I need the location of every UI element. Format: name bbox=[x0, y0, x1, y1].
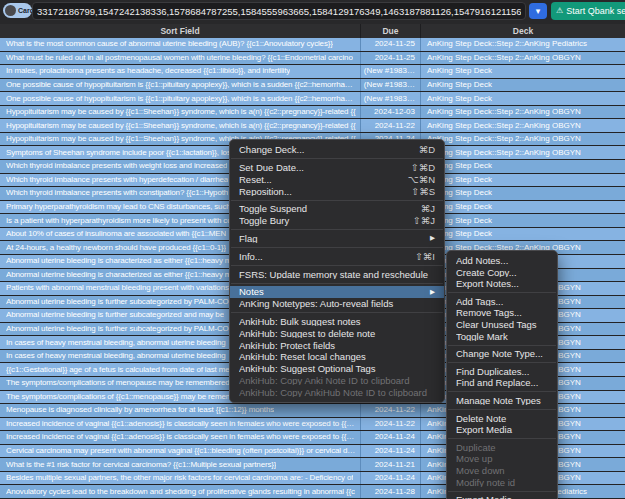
menu-item-label: Find and Replace... bbox=[456, 378, 548, 388]
chevron-down-icon[interactable]: ▾ bbox=[529, 3, 547, 19]
deck-cell-text: AnKing Step Deck::Step 2::AnKing OBGYN bbox=[427, 135, 581, 143]
sort-field-cell: What must be ruled out in all postmenopa… bbox=[0, 52, 360, 65]
menu-item-find-duplicates[interactable]: Find Duplicates... bbox=[447, 366, 557, 378]
menu-item-label: Reposition... bbox=[239, 187, 405, 197]
table-row[interactable]: What is the most common cause of abnorma… bbox=[0, 38, 625, 52]
menu-item-manage-note-types[interactable]: Manage Note Types bbox=[447, 395, 557, 407]
menu-item-remove-tags[interactable]: Remove Tags... bbox=[447, 307, 557, 319]
menu-item-label: Add Notes... bbox=[456, 256, 548, 266]
menu-item-shortcut: ⌘J bbox=[421, 204, 435, 214]
deck-cell: AnKing Step Deck bbox=[420, 79, 625, 92]
menu-item-ankihub-bulk-suggest-notes[interactable]: AnkiHub: Bulk suggest notes bbox=[230, 316, 444, 328]
menu-item-ankihub-protect-fields[interactable]: AnkiHub: Protect fields bbox=[230, 339, 444, 351]
due-cell-text: 2024-12-03 bbox=[374, 108, 415, 116]
due-cell-text: (New #1983… bbox=[364, 67, 415, 75]
menu-item-set-due-date[interactable]: Set Due Date...⇧⌘D bbox=[230, 162, 444, 174]
menu-item-export-notes[interactable]: Export Notes... bbox=[447, 278, 557, 290]
menu-item-label: Find Duplicates... bbox=[456, 367, 548, 377]
cards-notes-toggle[interactable]: Cards bbox=[3, 3, 32, 18]
menu-item-ankihub-suggest-to-delete-note[interactable]: AnkiHub: Suggest to delete note bbox=[230, 328, 444, 340]
sort-field-cell-text: Cervical carcinoma may present with abno… bbox=[6, 447, 356, 455]
column-header-due[interactable]: Due bbox=[360, 24, 420, 38]
sort-field-cell-text: One possible cause of hypopituitarism is… bbox=[6, 95, 356, 103]
due-cell: 2024-11-22 bbox=[360, 119, 420, 132]
deck-cell: AnKing Step Deck::Step 2::AnKing Pediatr… bbox=[420, 38, 625, 51]
deck-cell: AnKing Step Deck bbox=[420, 160, 625, 173]
menu-item-label: Export Notes... bbox=[456, 279, 548, 289]
deck-cell-text: AnKing Step Deck bbox=[427, 95, 492, 103]
card-ids-input[interactable] bbox=[32, 2, 526, 20]
column-header-deck[interactable]: Deck bbox=[420, 24, 625, 38]
menu-item-flag[interactable]: Flag▶ bbox=[230, 233, 444, 245]
menu-item-create-copy[interactable]: Create Copy... bbox=[447, 267, 557, 279]
menu-item-change-deck[interactable]: Change Deck...⌘D bbox=[230, 144, 444, 156]
menu-item-toggle-suspend[interactable]: Toggle Suspend⌘J bbox=[230, 203, 444, 215]
table-row[interactable]: In males, prolactinoma presents as heada… bbox=[0, 65, 625, 79]
sort-field-cell: Menopause is diagnosed clinically by ame… bbox=[0, 404, 360, 417]
due-cell: (New #1983… bbox=[360, 79, 420, 92]
menu-item-ankihub-copy-anki-note-id-to-cli: AnkiHub: Copy Anki Note ID to clipboard bbox=[230, 375, 444, 387]
sort-field-cell: In males, prolactinoma presents as heada… bbox=[0, 65, 360, 78]
due-cell-text: 2024-11-24 bbox=[375, 447, 415, 455]
menu-item-shortcut: ⌥⌘N bbox=[408, 175, 435, 185]
menu-item-clear-unused-tags[interactable]: Clear Unused Tags bbox=[447, 319, 557, 331]
menu-separator bbox=[448, 362, 556, 363]
sort-field-cell: Besides multiple sexual partners, the ot… bbox=[0, 472, 360, 485]
menu-separator bbox=[448, 292, 556, 293]
menu-item-add-notes[interactable]: Add Notes... bbox=[447, 255, 557, 267]
sort-field-cell: Increased incidence of vaginal {{c1::ade… bbox=[0, 431, 360, 444]
deck-cell-text: AnKing Step Deck::Step 2::AnKing OBGYN bbox=[427, 149, 581, 157]
menu-item-info[interactable]: Info...⇧⌘I bbox=[230, 251, 444, 263]
deck-cell: AnKing Step Deck bbox=[420, 201, 625, 214]
menu-item-modify-note-id: Modify note id bbox=[447, 477, 557, 489]
sort-field-cell: What is the most common cause of abnorma… bbox=[0, 38, 360, 51]
card-context-menu: Change Deck...⌘DSet Due Date...⇧⌘DReset.… bbox=[229, 139, 445, 403]
menu-item-anking-notetypes-auto-reveal-fie[interactable]: AnKing Notetypes: Auto-reveal fields bbox=[230, 298, 444, 310]
table-row[interactable]: What must be ruled out in all postmenopa… bbox=[0, 52, 625, 66]
deck-cell-text: AnKing Step Deck::Step 2::AnKing Pediatr… bbox=[427, 40, 587, 48]
sort-field-cell-text: About 10% of cases of insulinoma are ass… bbox=[6, 230, 226, 238]
menu-item-notes[interactable]: Notes▶ bbox=[230, 286, 444, 298]
due-cell: 2024-11-24 bbox=[360, 472, 420, 485]
menu-item-add-tags[interactable]: Add Tags... bbox=[447, 296, 557, 308]
table-row[interactable]: Hypopituitarism may be caused by {{c1::S… bbox=[0, 106, 625, 120]
menu-item-shortcut: ⌘D bbox=[419, 145, 435, 155]
menu-item-fsrs-update-memory-state-and-res[interactable]: FSRS: Update memory state and reschedule bbox=[230, 268, 444, 280]
menu-item-shortcut: ⇧⌘S bbox=[411, 187, 435, 197]
menu-item-reposition[interactable]: Reposition...⇧⌘S bbox=[230, 185, 444, 197]
column-header-sort-field[interactable]: Sort Field bbox=[0, 24, 360, 38]
table-row[interactable]: Hypopituitarism may be caused by {{c1::S… bbox=[0, 119, 625, 133]
menu-item-label: Toggle Suspend bbox=[239, 204, 415, 214]
menu-item-reset[interactable]: Reset...⌥⌘N bbox=[230, 174, 444, 186]
menu-item-find-and-replace[interactable]: Find and Replace... bbox=[447, 377, 557, 389]
sort-field-cell: One possible cause of hypopituitarism is… bbox=[0, 79, 360, 92]
sort-field-cell: Anovulatory cycles lead to the breakdown… bbox=[0, 485, 360, 498]
start-qbank-session-button[interactable]: ⚠ Start Qbank session (458 car bbox=[551, 2, 625, 20]
menu-item-toggle-bury[interactable]: Toggle Bury⇧⌘J bbox=[230, 215, 444, 227]
menu-separator bbox=[231, 158, 443, 159]
menu-item-export-media[interactable]: Export Media bbox=[447, 424, 557, 436]
due-cell-text: 2024-11-21 bbox=[375, 461, 415, 469]
menu-item-delete-note[interactable]: Delete Note bbox=[447, 413, 557, 425]
menu-item-label: Remove Tags... bbox=[456, 308, 548, 318]
menu-item-label: AnkiHub: Bulk suggest notes bbox=[239, 317, 435, 327]
sort-field-cell-text: Hypopituitarism may be caused by {{c1::S… bbox=[6, 122, 356, 130]
sort-field-cell-text: Which thyroid imbalance presents with co… bbox=[6, 189, 228, 197]
table-row[interactable]: One possible cause of hypopituitarism is… bbox=[0, 92, 625, 106]
due-cell: 2024-12-03 bbox=[360, 106, 420, 119]
due-cell-text: 2024-11-24 bbox=[375, 474, 415, 482]
menu-item-change-note-type[interactable]: Change Note Type... bbox=[447, 348, 557, 360]
due-cell-text: 2024-11-22 bbox=[375, 122, 415, 130]
menu-item-export-media[interactable]: Export Media bbox=[447, 494, 557, 499]
due-cell: (New #1983… bbox=[360, 92, 420, 105]
sort-field-cell-text: The symptoms/complications of menopause … bbox=[6, 379, 230, 387]
due-cell: 2024-11-24 bbox=[360, 431, 420, 444]
menu-item-ankihub-suggest-optional-tags[interactable]: AnkiHub: Suggest Optional Tags bbox=[230, 363, 444, 375]
due-cell: 2024-11-28 bbox=[360, 485, 420, 498]
menu-item-toggle-mark[interactable]: Toggle Mark bbox=[447, 331, 557, 343]
deck-cell-text: AnKing Step Deck bbox=[427, 67, 492, 75]
table-row[interactable]: One possible cause of hypopituitarism is… bbox=[0, 79, 625, 93]
menu-item-ankihub-reset-local-changes[interactable]: AnkiHub: Reset local changes bbox=[230, 351, 444, 363]
sort-field-cell-text: In cases of heavy menstrual bleeding, ab… bbox=[6, 352, 226, 360]
menu-item-label: Change Note Type... bbox=[456, 349, 548, 359]
